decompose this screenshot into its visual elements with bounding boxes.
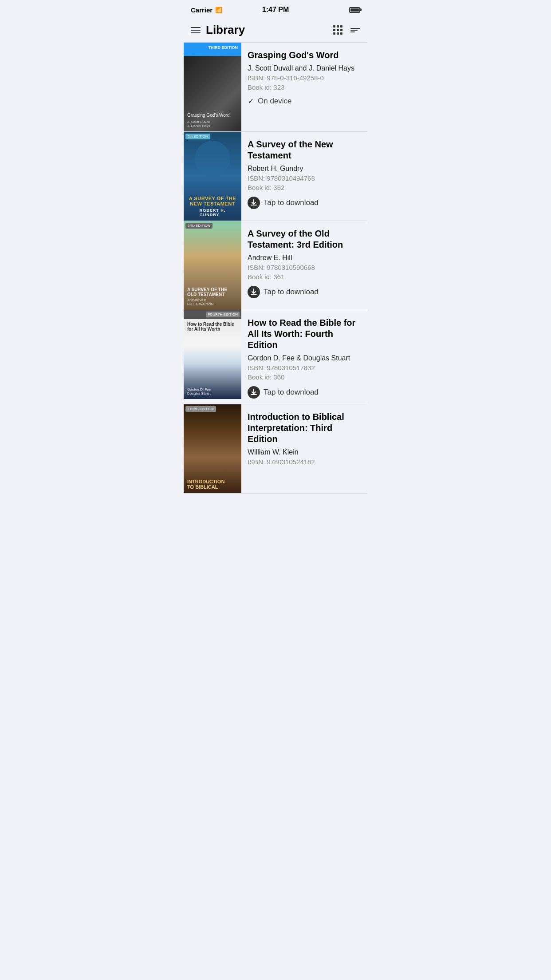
- edition-badge: 5th EDITION: [185, 134, 210, 139]
- book-cover: 5th EDITION A SURVEY OF THENEW TESTAMENT…: [184, 132, 241, 221]
- list-item[interactable]: THIRD EDITION Grasping God's Word J. Sco…: [184, 43, 367, 132]
- book-isbn: ISBN: 9780310494768: [248, 174, 362, 182]
- cover-title-text: A SURVEY OF THENEW TESTAMENT: [189, 196, 236, 206]
- download-label: Tap to download: [264, 288, 319, 296]
- header-actions: [333, 25, 360, 35]
- list-item[interactable]: THIRD EDITION INTRODUCTIONTO BIBLICAL In…: [184, 404, 367, 494]
- book-id: Book id: 360: [248, 373, 362, 381]
- book-author: J. Scott Duvall and J. Daniel Hays: [248, 64, 362, 72]
- download-icon: [248, 197, 260, 209]
- list-item[interactable]: FOURTH EDITION How to Read the Bible for…: [184, 310, 367, 404]
- book-cover: THIRD EDITION INTRODUCTIONTO BIBLICAL: [184, 404, 241, 493]
- sort-button[interactable]: [350, 28, 360, 32]
- download-button[interactable]: Tap to download: [248, 197, 362, 209]
- battery-indicator: [349, 7, 360, 13]
- book-info: How to Read the Bible for All Its Worth:…: [241, 310, 367, 404]
- page-title: Library: [206, 23, 245, 37]
- book-list: THIRD EDITION Grasping God's Word J. Sco…: [184, 43, 367, 494]
- download-arrow-icon: [250, 199, 257, 206]
- cover-title-text: Grasping God's Word: [187, 112, 230, 118]
- download-label: Tap to download: [264, 388, 319, 397]
- book-info: A Survey of the Old Testament: 3rd Editi…: [241, 221, 367, 310]
- edition-badge: 3RD EDITION: [185, 223, 213, 229]
- book-cover: FOURTH EDITION How to Read the Bible for…: [184, 310, 241, 399]
- book-isbn: ISBN: 978-0-310-49258-0: [248, 74, 362, 82]
- grid-view-button[interactable]: [333, 25, 342, 35]
- battery-icon: [349, 7, 360, 13]
- edition-badge: THIRD EDITION: [207, 44, 240, 51]
- book-info: Introduction to Biblical Interpretation:…: [241, 404, 367, 493]
- on-device-label: On device: [258, 97, 292, 106]
- cover-author-text: ANDREW E.HILL & WALTON: [187, 298, 214, 306]
- download-arrow-icon: [250, 389, 257, 396]
- download-button[interactable]: Tap to download: [248, 386, 362, 399]
- download-arrow-icon: [250, 288, 257, 296]
- book-info: Grasping God's Word J. Scott Duvall and …: [241, 43, 367, 131]
- download-label: Tap to download: [264, 198, 319, 207]
- book-title: Grasping God's Word: [248, 50, 362, 61]
- cover-title-text: INTRODUCTIONTO BIBLICAL: [187, 479, 224, 490]
- cover-author-text: J. Scott DuvallJ. Daniel Hays: [187, 120, 210, 128]
- cover-author-text: Gordon D. FeeDouglas Stuart: [187, 387, 211, 395]
- book-title: How to Read the Bible for All Its Worth:…: [248, 317, 362, 351]
- book-isbn: ISBN: 9780310524182: [248, 458, 362, 466]
- book-title: Introduction to Biblical Interpretation:…: [248, 411, 362, 445]
- download-icon: [248, 386, 260, 399]
- download-icon: [248, 286, 260, 298]
- book-info: A Survey of the New Testament Robert H. …: [241, 132, 367, 221]
- checkmark-icon: ✓: [248, 96, 254, 106]
- carrier-label: Carrier: [191, 6, 213, 14]
- status-bar: Carrier 📶 1:47 PM: [184, 0, 367, 20]
- status-time: 1:47 PM: [262, 6, 289, 14]
- on-device-status: ✓ On device: [248, 96, 362, 106]
- status-carrier: Carrier 📶: [191, 6, 222, 14]
- book-id: Book id: 362: [248, 184, 362, 191]
- book-cover: 3RD EDITION A SURVEY OF THEOLD TESTAMENT…: [184, 221, 241, 310]
- cover-title-text: How to Read the Bible for All Its Worth: [187, 322, 238, 332]
- list-item[interactable]: 5th EDITION A SURVEY OF THENEW TESTAMENT…: [184, 132, 367, 221]
- book-author: Andrew E. Hill: [248, 254, 362, 262]
- book-cover: THIRD EDITION Grasping God's Word J. Sco…: [184, 43, 241, 131]
- book-id: Book id: 361: [248, 273, 362, 281]
- book-title: A Survey of the Old Testament: 3rd Editi…: [248, 228, 362, 250]
- wifi-icon: 📶: [215, 7, 222, 13]
- book-isbn: ISBN: 9780310590668: [248, 264, 362, 271]
- book-isbn: ISBN: 9780310517832: [248, 364, 362, 371]
- header-left: Library: [191, 23, 245, 37]
- book-id: Book id: 323: [248, 83, 362, 91]
- edition-badge: FOURTH EDITION: [206, 312, 240, 317]
- book-author: William W. Klein: [248, 448, 362, 456]
- edition-badge: THIRD EDITION: [185, 406, 216, 412]
- book-author: Gordon D. Fee & Douglas Stuart: [248, 354, 362, 362]
- download-button[interactable]: Tap to download: [248, 286, 362, 298]
- book-title: A Survey of the New Testament: [248, 139, 362, 161]
- book-author: Robert H. Gundry: [248, 165, 362, 173]
- menu-button[interactable]: [191, 27, 201, 33]
- cover-title-text: A SURVEY OF THEOLD TESTAMENT: [187, 287, 227, 297]
- cover-author-text: ROBERT H.GUNDRY: [200, 208, 226, 217]
- app-header: Library: [184, 20, 367, 42]
- list-item[interactable]: 3RD EDITION A SURVEY OF THEOLD TESTAMENT…: [184, 221, 367, 310]
